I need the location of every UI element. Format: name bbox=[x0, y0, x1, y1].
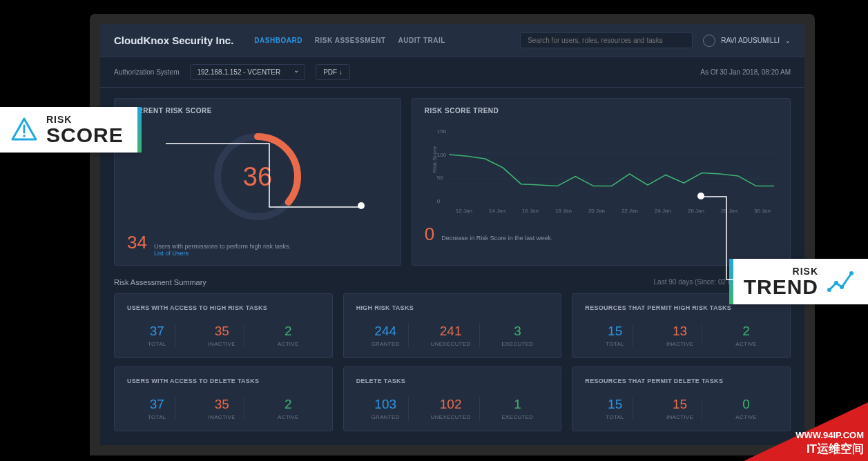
metric: 102UNEXECUTED bbox=[423, 397, 480, 420]
watermark-cn: IT运维空间 bbox=[807, 441, 864, 457]
metric-label: INACTIVE bbox=[666, 414, 693, 420]
metric: 2ACTIVE bbox=[727, 324, 765, 347]
metric-value: 15 bbox=[606, 397, 624, 412]
metric-label: TOTAL bbox=[606, 341, 624, 347]
brand-logo: CloudKnox Security Inc. bbox=[114, 35, 233, 46]
app-screen: CloudKnox Security Inc. DASHBOARD RISK A… bbox=[100, 24, 804, 445]
risk-score-panel: CURRENT RISK SCORE 36 34 Users with perm… bbox=[114, 98, 401, 266]
stat-text: Users with permissions to perform high r… bbox=[154, 243, 291, 250]
decrease-value: 0 bbox=[425, 224, 434, 245]
summary-card[interactable]: USERS WITH ACCESS TO HIGH RISK TASKS37TO… bbox=[114, 293, 333, 358]
summary-card[interactable]: USERS WITH ACCESS TO DELETE TASKS37TOTAL… bbox=[114, 366, 333, 431]
metric: 3EXECUTED bbox=[493, 324, 541, 347]
callout-risk-score: RISK SCORE bbox=[0, 107, 137, 153]
card-metrics: 15TOTAL13INACTIVE2ACTIVE bbox=[585, 324, 778, 347]
metric-label: GRANTED bbox=[372, 414, 400, 420]
metric-value: 2 bbox=[735, 324, 757, 339]
metric-label: EXECUTED bbox=[501, 341, 533, 347]
main-nav: DASHBOARD RISK ASSESSMENT AUDIT TRAIL bbox=[254, 37, 445, 44]
card-metrics: 37TOTAL35INACTIVE2ACTIVE bbox=[127, 397, 320, 420]
risk-trend-panel: RISK SCORE TREND Risk Score 150 100 50 0 bbox=[412, 98, 791, 266]
metric-label: ACTIVE bbox=[278, 414, 299, 420]
risk-score-gauge: 36 bbox=[209, 128, 306, 225]
svg-point-11 bbox=[849, 271, 853, 275]
auth-system-dropdown[interactable]: 192.168.1.152 - VCENTER bbox=[190, 64, 306, 80]
warning-triangle-icon bbox=[10, 116, 38, 144]
card-title: HIGH RISK TASKS bbox=[356, 304, 549, 311]
decrease-stat: 0 Decrease in Risk Score in the last wee… bbox=[425, 224, 778, 245]
nav-audit-trail[interactable]: AUDIT TRAIL bbox=[398, 37, 445, 44]
connector-dot-2 bbox=[697, 193, 704, 199]
metric-label: TOTAL bbox=[148, 341, 166, 347]
metric-value: 2 bbox=[278, 397, 299, 412]
metric-label: GRANTED bbox=[372, 341, 400, 347]
decrease-text: Decrease in Risk Score in the last week. bbox=[441, 235, 552, 242]
metric-value: 1 bbox=[501, 397, 533, 412]
user-name-label: RAVI ADUSUMILLI bbox=[721, 37, 780, 44]
metric-label: EXECUTED bbox=[501, 414, 533, 420]
card-title: USERS WITH ACCESS TO DELETE TASKS bbox=[127, 377, 320, 384]
main-content: CURRENT RISK SCORE 36 34 Users with perm… bbox=[100, 88, 804, 442]
metric-value: 15 bbox=[666, 397, 693, 412]
summary-row-1: USERS WITH ACCESS TO HIGH RISK TASKS37TO… bbox=[114, 293, 791, 358]
nav-risk-assessment[interactable]: RISK ASSESSMENT bbox=[315, 37, 386, 44]
high-risk-users-stat: 34 Users with permissions to perform hig… bbox=[127, 232, 388, 257]
metric: 15INACTIVE bbox=[658, 397, 702, 420]
risk-score-value: 36 bbox=[243, 162, 272, 192]
metric: 2ACTIVE bbox=[269, 324, 307, 347]
monitor-frame: CloudKnox Security Inc. DASHBOARD RISK A… bbox=[90, 14, 815, 455]
metric: 37TOTAL bbox=[139, 324, 175, 347]
metric-label: UNEXECUTED bbox=[431, 341, 471, 347]
top-bar: CloudKnox Security Inc. DASHBOARD RISK A… bbox=[100, 24, 804, 57]
user-menu[interactable]: RAVI ADUSUMILLI ⌄ bbox=[703, 35, 791, 47]
card-metrics: 244GRANTED241UNEXECUTED3EXECUTED bbox=[356, 324, 549, 347]
metric-value: 37 bbox=[148, 397, 166, 412]
metric-label: TOTAL bbox=[606, 414, 624, 420]
summary-card[interactable]: DELETE TASKS103GRANTED102UNEXECUTED1EXEC… bbox=[343, 366, 562, 431]
svg-point-10 bbox=[840, 285, 844, 289]
search-input[interactable] bbox=[520, 32, 693, 48]
metric-label: INACTIVE bbox=[209, 341, 235, 347]
chevron-down-icon: ⌄ bbox=[785, 37, 791, 44]
connector-dot-1 bbox=[358, 202, 365, 209]
list-users-link[interactable]: List of Users bbox=[154, 250, 291, 257]
metric-value: 37 bbox=[148, 324, 166, 339]
metric: 35INACTIVE bbox=[200, 397, 244, 420]
export-pdf-button[interactable]: PDF ↓ bbox=[316, 64, 350, 80]
stat-number: 34 bbox=[127, 232, 147, 253]
metric-label: ACTIVE bbox=[278, 341, 299, 347]
summary-card[interactable]: HIGH RISK TASKS244GRANTED241UNEXECUTED3E… bbox=[343, 293, 562, 358]
metric-value: 3 bbox=[501, 324, 533, 339]
avatar-icon bbox=[703, 35, 715, 47]
metric: 13INACTIVE bbox=[658, 324, 702, 347]
metric-value: 35 bbox=[209, 324, 235, 339]
y-axis-ticks: 150 100 50 0 bbox=[437, 128, 446, 204]
metric-value: 244 bbox=[372, 324, 400, 339]
metric-label: INACTIVE bbox=[666, 341, 693, 347]
x-axis-ticks: 12 Jan 14 Jan 16 Jan 18 Jan 20 Jan 22 Ja… bbox=[449, 208, 778, 214]
watermark-url: WWW.94IP.COM bbox=[795, 430, 864, 440]
summary-header: Risk Assessment Summary Last 90 days (Si… bbox=[114, 278, 791, 286]
metric: 244GRANTED bbox=[363, 324, 409, 347]
nav-dashboard[interactable]: DASHBOARD bbox=[254, 37, 302, 44]
auth-system-label: Authorization System bbox=[114, 68, 180, 76]
filter-bar: Authorization System 192.168.1.152 - VCE… bbox=[100, 57, 804, 88]
metric-label: INACTIVE bbox=[209, 414, 235, 420]
card-title: RESOURCES THAT PERMIT HIGH RISK TASKS bbox=[585, 304, 778, 311]
metric-value: 241 bbox=[431, 324, 471, 339]
metric: 103GRANTED bbox=[363, 397, 409, 420]
trend-chart: Risk Score 150 100 50 0 bbox=[425, 121, 778, 218]
card-title: DELETE TASKS bbox=[356, 377, 549, 384]
metric-value: 35 bbox=[209, 397, 235, 412]
card-title: USERS WITH ACCESS TO HIGH RISK TASKS bbox=[127, 304, 320, 311]
callout-trend-lg: TREND bbox=[744, 277, 818, 297]
gauge-container: 36 bbox=[127, 121, 388, 232]
card-metrics: 103GRANTED102UNEXECUTED1EXECUTED bbox=[356, 397, 549, 420]
svg-point-8 bbox=[827, 288, 831, 292]
top-panels-row: CURRENT RISK SCORE 36 34 Users with perm… bbox=[114, 98, 791, 266]
metric-label: TOTAL bbox=[148, 414, 166, 420]
risk-score-title: CURRENT RISK SCORE bbox=[127, 107, 388, 115]
metric: 35INACTIVE bbox=[200, 324, 244, 347]
svg-point-9 bbox=[834, 281, 838, 285]
as-of-timestamp: As Of 30 Jan 2018, 08:20 AM bbox=[700, 68, 791, 76]
